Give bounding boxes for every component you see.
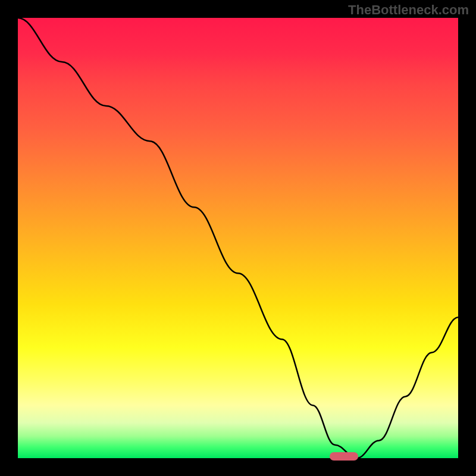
- watermark-text: TheBottleneck.com: [348, 2, 469, 18]
- bottleneck-curve: [18, 18, 458, 458]
- chart-area: [18, 18, 458, 458]
- optimal-marker: [330, 452, 358, 461]
